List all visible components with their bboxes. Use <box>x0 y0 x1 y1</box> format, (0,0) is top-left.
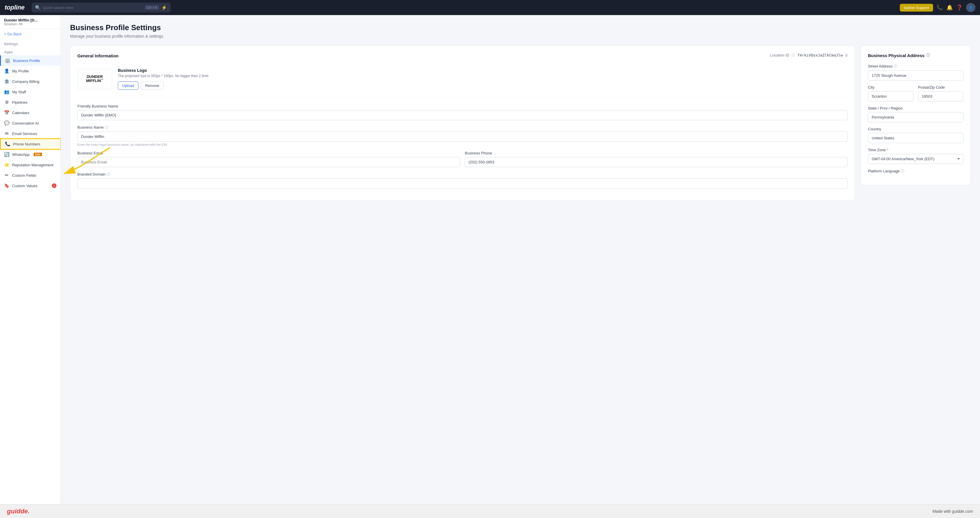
country-label: Country <box>868 127 964 131</box>
city-label: City <box>868 85 913 89</box>
address-info-icon: ⓘ <box>926 53 930 58</box>
language-info-icon: ⓘ <box>901 169 904 174</box>
guidde-footer: guidde. Made with guidde.com <box>0 504 980 518</box>
legal-name-label: Business Name ⓘ <box>77 125 848 130</box>
friendly-name-label: Friendly Business Name <box>77 104 848 108</box>
street-info-icon: ⓘ <box>894 64 897 69</box>
phone-input[interactable] <box>465 157 848 167</box>
info-icon: ⓘ <box>791 53 795 57</box>
sidebar-item-custom-values[interactable]: 🔖 Custom Values 1 <box>0 180 60 191</box>
required-indicator: * <box>887 148 888 152</box>
sidebar-item-phone-numbers[interactable]: 📞 Phone Numbers <box>0 139 60 149</box>
sidebar-item-pipelines[interactable]: ⚙ Pipelines <box>0 97 60 107</box>
dunder-logo: DUNDERMIFFLIN™ <box>86 75 103 83</box>
phone-label: Business Phone <box>465 151 848 155</box>
logo-area: DUNDERMIFFLIN™ Business Logo The propose… <box>77 68 848 97</box>
city-group: City <box>868 85 913 101</box>
sidebar-item-label: Pipelines <box>12 100 27 105</box>
branded-domain-input[interactable] <box>77 179 848 189</box>
person-icon: 👤 <box>4 69 9 73</box>
location-sub: Scranton, PA <box>4 22 56 26</box>
sidebar-item-conversation-ai[interactable]: 💬 Conversation AI <box>0 118 60 128</box>
sidebar-item-business-profile[interactable]: 🏢 Business Profile <box>0 55 60 66</box>
apps-section-title: Apps <box>0 47 60 55</box>
sidebar-item-email-services[interactable]: ✉ Email Services <box>0 128 60 139</box>
guidde-tagline: Made with guidde.com <box>932 509 973 514</box>
upload-button[interactable]: Upload <box>118 81 138 90</box>
sidebar-item-label: Custom Values <box>12 184 37 188</box>
logo-info: Business Logo The proposed size is 350px… <box>118 68 208 90</box>
sidebar-item-label: My Profile <box>12 69 29 73</box>
legal-name-input[interactable] <box>77 132 848 142</box>
phone-numbers-icon: 📞 <box>5 141 10 147</box>
phone-icon[interactable]: 📞 <box>937 4 943 11</box>
legal-name-hint: Enter the exact legal business name, as … <box>77 143 848 146</box>
avatar[interactable]: 👤 <box>966 3 975 12</box>
language-label: Platform Language ⓘ <box>868 169 964 174</box>
notif-badge: 1 <box>52 183 56 188</box>
sidebar-item-label: Reputation Management <box>12 163 53 167</box>
sidebar-item-label: WhatsApp <box>12 152 30 157</box>
content-cards: General Information Location ID ⓘ f4rkiV… <box>70 46 971 201</box>
sidebar-item-label: Email Services <box>12 132 37 136</box>
beta-badge: beta <box>33 153 42 156</box>
street-input[interactable] <box>868 70 964 81</box>
legal-name-info-icon: ⓘ <box>105 125 108 130</box>
main-content: Business Profile Settings Manage your bu… <box>61 15 980 504</box>
state-input[interactable] <box>868 112 964 122</box>
city-input[interactable] <box>868 91 913 101</box>
sidebar-item-whatsapp[interactable]: 🔄 WhatsApp beta <box>0 149 60 159</box>
search-input[interactable] <box>43 5 143 10</box>
country-input[interactable] <box>868 133 964 143</box>
search-icon: 🔍 <box>35 5 41 10</box>
billing-icon: 🏦 <box>4 79 9 84</box>
email-phone-row: Business Email Business Phone <box>77 151 848 172</box>
location-name: Dunder Mifflin [D... <box>4 18 56 22</box>
sidebar-item-my-profile[interactable]: 👤 My Profile <box>0 66 60 76</box>
postal-group: Postal/Zip Code <box>918 85 964 101</box>
support-button[interactable]: topline Support <box>900 4 933 11</box>
email-label: Business Email <box>77 151 460 155</box>
go-back-link[interactable]: < Go Back <box>0 29 60 39</box>
language-group: Platform Language ⓘ <box>868 169 964 174</box>
logo-preview: DUNDERMIFFLIN™ <box>77 69 112 89</box>
copy-icon[interactable]: ⧉ <box>845 53 848 57</box>
sidebar-item-calendars[interactable]: 📅 Calendars <box>0 107 60 118</box>
location-selector[interactable]: Dunder Mifflin [D... Scranton, PA <box>0 15 60 29</box>
state-group: State / Prov / Region <box>868 106 964 122</box>
postal-input[interactable] <box>918 91 964 101</box>
street-label: Street Address ⓘ <box>868 64 964 69</box>
logo-info-sub: The proposed size is 350px * 180px. No b… <box>118 74 208 78</box>
help-icon[interactable]: ❓ <box>956 4 963 11</box>
sidebar-item-reputation-management[interactable]: ⭐ Reputation Management <box>0 159 60 170</box>
friendly-name-group: Friendly Business Name <box>77 104 848 120</box>
email-group: Business Email <box>77 151 460 167</box>
location-id-value: f4rkiVQsxJaZlkCmaJlw <box>797 53 843 57</box>
phone-group: Business Phone <box>465 151 848 167</box>
sidebar-item-custom-fields[interactable]: ✏ Custom Fields <box>0 170 60 180</box>
sidebar-item-company-billing[interactable]: 🏦 Company Billing <box>0 76 60 87</box>
search-shortcut: Ctrl + K <box>145 5 159 10</box>
city-postal-row: City Postal/Zip Code <box>868 85 964 106</box>
pipelines-icon: ⚙ <box>4 100 9 105</box>
staff-icon: 👥 <box>4 89 9 94</box>
page-title: Business Profile Settings <box>70 23 971 32</box>
sidebar-item-my-staff[interactable]: 👥 My Staff <box>0 87 60 97</box>
tag-icon: 🔖 <box>4 183 9 188</box>
legal-name-group: Business Name ⓘ Enter the exact legal bu… <box>77 125 848 146</box>
logo-info-title: Business Logo <box>118 68 208 73</box>
search-bar[interactable]: 🔍 Ctrl + K ⚡ <box>32 3 170 13</box>
sidebar-item-label: Business Profile <box>13 59 40 63</box>
street-address-group: Street Address ⓘ <box>868 64 964 81</box>
state-label: State / Prov / Region <box>868 106 964 110</box>
sidebar-item-label: Company Billing <box>12 80 40 84</box>
bell-icon[interactable]: 🔔 <box>947 4 953 11</box>
timezone-select[interactable]: GMT-04:00 America/New_York (EDT) <box>868 154 964 164</box>
building-icon: 🏢 <box>5 58 10 63</box>
remove-button[interactable]: Remove <box>141 81 163 90</box>
friendly-name-input[interactable] <box>77 110 848 120</box>
sidebar-item-label: Conversation AI <box>12 121 39 126</box>
lightning-icon: ⚡ <box>161 5 167 10</box>
email-input[interactable] <box>77 157 460 167</box>
settings-heading: Settings <box>0 39 60 47</box>
